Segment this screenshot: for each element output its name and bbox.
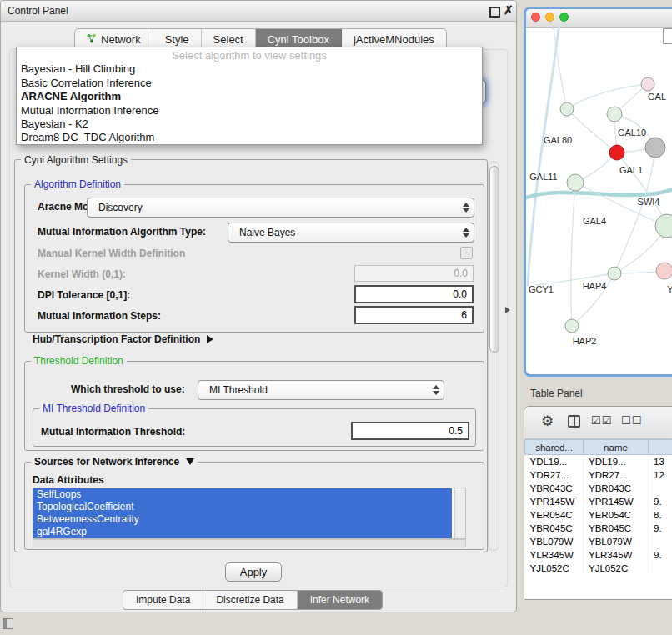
column-header-shared[interactable]: shared... (525, 440, 584, 455)
column-header-col2[interactable] (649, 440, 672, 455)
attribute-item-selfloops[interactable]: SelfLoops (33, 488, 452, 501)
mi-algorithm-type-select[interactable]: Naive Bayes (228, 222, 474, 242)
algorithm-option-mutual-information-inference[interactable]: Mutual Information Inference (17, 104, 482, 118)
table-row[interactable]: YDR27...YDR27...12 (525, 468, 672, 482)
attribute-item-betweennesscentrality[interactable]: BetweennessCentrality (33, 513, 452, 526)
table-row[interactable]: YDL19...YDL19...13 (525, 455, 672, 469)
bottom-tab-discretize-data[interactable]: Discretize Data (203, 591, 297, 609)
bottom-tab-impute-data[interactable]: Impute Data (123, 591, 203, 609)
table-cell (649, 482, 672, 495)
node-label: HAP4 (583, 281, 607, 291)
table-row[interactable]: YJL052CYJL052C (525, 562, 672, 575)
node-label: GAL (648, 92, 666, 102)
restore-panel-icon[interactable] (3, 618, 13, 629)
table-row[interactable]: YLR345WYLR345W9. (525, 548, 672, 562)
network-node[interactable] (608, 267, 621, 280)
hub-transcription-factor-section[interactable]: Hub/Transcription Factor Definition (33, 333, 213, 345)
mi-threshold-field[interactable] (351, 422, 469, 440)
minimize-window-icon[interactable] (545, 12, 554, 22)
settings-group-title: Cyni Algorithm Settings (21, 154, 131, 166)
close-window-icon[interactable] (531, 12, 540, 22)
manual-kernel-width-checkbox[interactable] (460, 247, 473, 259)
data-attributes-list: SelfLoopsTopologicalCoefficientBetweenne… (33, 488, 466, 539)
network-edge[interactable] (567, 84, 648, 109)
node-attribute-table: shared...name YDL19...YDL19...13YDR27...… (524, 439, 672, 575)
float-panel-icon[interactable] (489, 7, 500, 18)
table-cell: YDR27... (525, 468, 584, 482)
algorithm-option-bayesian-k2[interactable]: Bayesian - K2 (17, 118, 482, 131)
table-row[interactable]: YBR045CYBR045C9. (525, 522, 672, 535)
network-node[interactable] (645, 138, 665, 158)
which-threshold-select[interactable]: MI Threshold (198, 380, 444, 400)
network-edge[interactable] (571, 182, 575, 326)
node-label: GAL1 (619, 165, 643, 175)
table-cell (649, 535, 672, 548)
columns-icon[interactable] (568, 415, 580, 428)
kernel-width-label: Kernel Width (0,1): (38, 268, 126, 280)
attributes-horizontal-scrollbar[interactable] (33, 539, 466, 548)
network-scrollbar-fragment[interactable] (663, 28, 672, 44)
gear-icon[interactable]: ⚙ (541, 412, 554, 430)
data-attributes-label: Data Attributes (33, 474, 104, 486)
table-row[interactable]: YER054CYER054C8. (525, 508, 672, 522)
sources-section-header[interactable]: Sources for Network Inference (31, 456, 198, 468)
network-canvas[interactable]: GALGAL80GAL10GAL11GAL1SWI4GAL4GCY1HAP4YH… (526, 27, 672, 374)
table-cell: YPR145W (525, 495, 584, 508)
network-node[interactable] (609, 145, 624, 160)
attribute-item-topologicalcoefficient[interactable]: TopologicalCoefficient (33, 501, 452, 513)
network-edge[interactable] (553, 27, 567, 109)
kernel-width-field[interactable] (354, 265, 474, 282)
bottom-tab-infer-network[interactable]: Infer Network (298, 591, 382, 609)
algorithm-option-basic-correlation-inference[interactable]: Basic Correlation Inference (17, 77, 482, 90)
tab-label: jActiveMNodules (354, 33, 434, 46)
network-icon (87, 33, 97, 46)
network-node[interactable] (565, 319, 579, 332)
mi-algorithm-type-label: Mutual Information Algorithm Type: (38, 226, 206, 238)
control-panel: Control Panel ✗ NetworkStyleSelectCyni T… (0, 0, 517, 612)
splitter-collapse-arrow-icon[interactable] (505, 307, 510, 313)
attributes-vertical-scrollbar[interactable] (454, 488, 465, 538)
algorithm-dropdown-list: Select algorithm to view settingsBayesia… (16, 47, 483, 145)
threshold-definition-title: Threshold Definition (31, 355, 127, 367)
node-label: GAL11 (529, 172, 557, 182)
network-node[interactable] (607, 107, 622, 122)
settings-scrollbar-thumb[interactable] (489, 166, 499, 352)
table-row[interactable]: YPR145WYPR145W9. (525, 495, 672, 508)
table-cell: 9. (649, 548, 672, 562)
column-header-name[interactable]: name (584, 440, 649, 455)
mi-steps-field[interactable] (354, 306, 474, 324)
mi-steps-label: Mutual Information Steps: (38, 310, 161, 322)
algorithm-option-dream8-dc-tdc-algorithm[interactable]: Dream8 DC_TDC Algorithm (17, 131, 482, 144)
select-all-icon[interactable]: ☑☑ (591, 414, 612, 427)
node-label: GAL10 (618, 128, 646, 138)
network-node[interactable] (656, 262, 672, 279)
dpi-tolerance-field[interactable] (354, 285, 474, 303)
expand-right-icon (207, 335, 213, 343)
attribute-item-gal4rgexp[interactable]: gal4RGexp (33, 526, 452, 538)
table-row[interactable]: YBR043CYBR043C (525, 482, 672, 495)
network-edge[interactable] (528, 27, 559, 285)
which-threshold-label: Which threshold to use: (71, 383, 185, 395)
apply-button[interactable]: Apply (225, 562, 282, 582)
deselect-all-icon[interactable]: ☐☐ (621, 414, 642, 427)
aracne-mode-select[interactable]: Discovery (87, 198, 474, 218)
table-cell: YBR043C (584, 482, 649, 495)
table-cell: YPR145W (584, 495, 649, 508)
algorithm-option-bayesian-hill-climbing[interactable]: Bayesian - Hill Climbing (17, 62, 482, 76)
table-cell: YLR345W (584, 548, 649, 562)
settings-scrollbar[interactable] (488, 161, 499, 551)
table-cell: YDR27... (584, 468, 649, 482)
table-cell: YBL079W (525, 535, 584, 548)
network-node[interactable] (567, 174, 584, 191)
network-node[interactable] (641, 78, 654, 91)
network-node[interactable] (655, 214, 672, 238)
zoom-window-icon[interactable] (559, 12, 569, 22)
close-panel-icon[interactable]: ✗ (504, 3, 514, 17)
network-node[interactable] (560, 102, 574, 116)
table-row[interactable]: YBL079WYBL079W (525, 535, 672, 548)
table-cell: 9. (649, 522, 672, 535)
node-label: GAL80 (544, 135, 572, 145)
algorithm-option-aracne-algorithm[interactable]: ARACNE Algorithm (17, 90, 482, 103)
table-cell: YJL052C (525, 562, 584, 575)
node-label: GAL4 (583, 216, 606, 226)
